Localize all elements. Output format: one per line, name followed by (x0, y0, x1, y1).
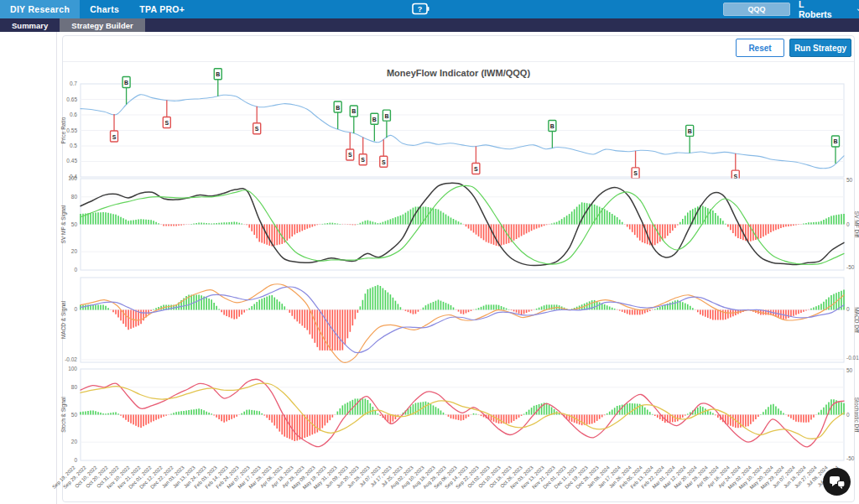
svg-text:-0.01: -0.01 (846, 355, 859, 361)
svg-text:80: 80 (71, 194, 78, 200)
sub-navigation: Summary Strategy Builder (0, 18, 859, 32)
reset-button[interactable]: Reset (736, 39, 784, 57)
svg-text:0: 0 (846, 306, 850, 312)
app-window: DIY Research Charts TPA PRO+ ? QQQ L Rob… (0, 0, 859, 504)
chat-support-button[interactable] (823, 468, 851, 496)
nav-tab-tpa-pro[interactable]: TPA PRO+ (129, 0, 195, 18)
svg-text:0: 0 (846, 221, 850, 227)
svg-text:0.5: 0.5 (70, 143, 77, 148)
svg-text:0: 0 (74, 457, 77, 463)
svg-text:B: B (124, 80, 128, 86)
svg-text:0.45: 0.45 (66, 158, 77, 164)
svg-text:S: S (361, 157, 365, 163)
svg-text:MACD Diff: MACD Diff (854, 307, 859, 333)
chart-canvas: 0.70.650.60.550.50.450.4Price RatioSBSBS… (0, 0, 859, 504)
svg-text:MACD & Signal: MACD & Signal (60, 300, 67, 339)
svg-text:Price Ratio: Price Ratio (60, 117, 66, 143)
svg-text:S: S (382, 159, 386, 165)
svg-text:50: 50 (846, 367, 853, 373)
svg-text:B: B (688, 128, 692, 134)
svg-text:B: B (372, 117, 377, 122)
svg-text:0: 0 (74, 267, 77, 273)
svg-text:100: 100 (68, 175, 77, 181)
tab-summary[interactable]: Summary (0, 18, 60, 32)
svg-text:0: 0 (846, 412, 850, 418)
svg-text:50: 50 (846, 177, 853, 183)
svg-text:SV MF Diff: SV MF Diff (854, 211, 859, 237)
svg-text:B: B (216, 71, 220, 77)
svg-text:0.6: 0.6 (70, 112, 77, 117)
svg-text:B: B (550, 123, 554, 129)
svg-text:-50: -50 (846, 264, 855, 270)
svg-text:B: B (351, 108, 356, 114)
svg-text:SV MF & Signal: SV MF & Signal (60, 205, 67, 243)
strategy-toolbar: Reset Run Strategy (62, 39, 855, 59)
svg-text:50: 50 (71, 412, 78, 418)
nav-tab-charts[interactable]: Charts (80, 0, 129, 18)
svg-text:0.55: 0.55 (66, 127, 77, 133)
svg-text:S: S (255, 126, 259, 132)
svg-text:20: 20 (71, 248, 78, 254)
screen-question-icon: ? (409, 2, 431, 17)
chat-bubbles-icon (829, 475, 846, 490)
svg-text:S: S (474, 166, 478, 172)
top-navigation: DIY Research Charts TPA PRO+ ? QQQ L Rob… (0, 0, 859, 18)
chevron-down-icon: ⌄ (856, 3, 859, 13)
help-tour-button[interactable]: ? (409, 0, 431, 18)
svg-text:100: 100 (68, 366, 77, 372)
svg-text:S: S (112, 134, 117, 140)
svg-text:S: S (164, 120, 169, 126)
svg-text:B: B (384, 113, 388, 119)
svg-text:Stoch & Signal: Stoch & Signal (60, 397, 67, 433)
svg-text:80: 80 (71, 384, 78, 390)
svg-text:Stochastic Diff: Stochastic Diff (854, 397, 859, 433)
tab-strategy-builder[interactable]: Strategy Builder (60, 18, 144, 32)
svg-text:S: S (633, 170, 638, 176)
svg-text:-50: -50 (846, 455, 855, 461)
user-menu[interactable]: L Roberts ⌄ (799, 0, 859, 18)
svg-text:S: S (348, 152, 352, 158)
svg-text:50: 50 (71, 221, 78, 227)
svg-text:B: B (336, 105, 340, 111)
svg-text:0: 0 (74, 306, 77, 312)
svg-text:0.7: 0.7 (70, 81, 77, 86)
svg-text:?: ? (418, 5, 423, 13)
nav-tab-diy-research[interactable]: DIY Research (0, 0, 80, 18)
svg-text:-0.02: -0.02 (65, 356, 77, 362)
svg-text:20: 20 (71, 439, 78, 444)
svg-text:B: B (833, 138, 837, 144)
svg-text:0.65: 0.65 (66, 96, 77, 102)
user-name: L Roberts (799, 0, 832, 19)
run-strategy-button[interactable]: Run Strategy (789, 39, 851, 57)
ticker-search-input[interactable]: QQQ (723, 3, 790, 16)
